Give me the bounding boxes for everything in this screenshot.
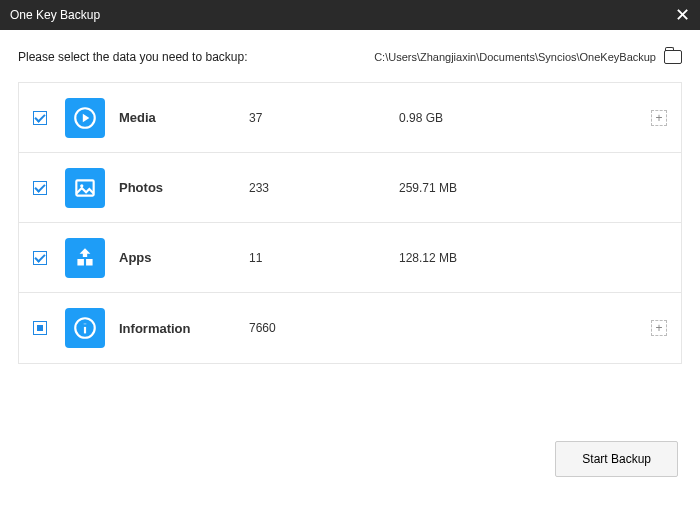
svg-rect-2 xyxy=(76,180,93,195)
footer: Start Backup xyxy=(555,441,678,477)
svg-marker-1 xyxy=(83,113,90,122)
header-row: Please select the data you need to backu… xyxy=(18,50,682,64)
expand-icon[interactable]: + xyxy=(651,320,667,336)
checkbox-photos[interactable] xyxy=(33,181,47,195)
list-item-information: Information 7660 + xyxy=(19,293,681,363)
start-backup-button[interactable]: Start Backup xyxy=(555,441,678,477)
close-icon[interactable]: ✕ xyxy=(675,6,690,24)
count-photos: 233 xyxy=(249,181,399,195)
expand-icon[interactable]: + xyxy=(651,110,667,126)
media-icon xyxy=(65,98,105,138)
apps-icon xyxy=(65,238,105,278)
size-media: 0.98 GB xyxy=(399,111,443,125)
window-title: One Key Backup xyxy=(10,8,100,22)
path-row: C:\Users\Zhangjiaxin\Documents\Syncios\O… xyxy=(374,50,682,64)
backup-path: C:\Users\Zhangjiaxin\Documents\Syncios\O… xyxy=(374,51,656,63)
information-icon xyxy=(65,308,105,348)
instructions-text: Please select the data you need to backu… xyxy=(18,50,248,64)
list-item-apps: Apps 11 128.12 MB xyxy=(19,223,681,293)
label-photos: Photos xyxy=(119,180,249,195)
backup-list: Media 37 0.98 GB + Photos 233 259.71 MB xyxy=(18,82,682,364)
label-apps: Apps xyxy=(119,250,249,265)
size-photos: 259.71 MB xyxy=(399,181,457,195)
titlebar: One Key Backup ✕ xyxy=(0,0,700,30)
size-apps: 128.12 MB xyxy=(399,251,457,265)
label-information: Information xyxy=(119,321,249,336)
photos-icon xyxy=(65,168,105,208)
list-item-photos: Photos 233 259.71 MB xyxy=(19,153,681,223)
list-item-media: Media 37 0.98 GB + xyxy=(19,83,681,153)
checkbox-apps[interactable] xyxy=(33,251,47,265)
checkbox-information[interactable] xyxy=(33,321,47,335)
count-media: 37 xyxy=(249,111,399,125)
folder-icon[interactable] xyxy=(664,50,682,64)
count-information: 7660 xyxy=(249,321,399,335)
checkbox-media[interactable] xyxy=(33,111,47,125)
count-apps: 11 xyxy=(249,251,399,265)
label-media: Media xyxy=(119,110,249,125)
